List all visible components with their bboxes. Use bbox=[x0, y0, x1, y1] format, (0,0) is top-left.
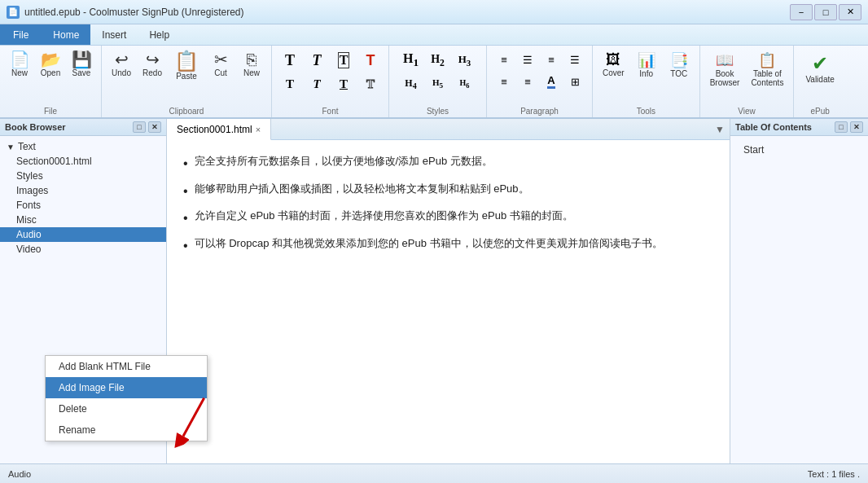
h4-button[interactable]: H4 bbox=[398, 72, 424, 95]
toc-icon: 📑 bbox=[670, 51, 688, 69]
h1-icon: H1 bbox=[403, 51, 419, 69]
cut-button[interactable]: ✂ Cut bbox=[206, 49, 235, 80]
align-left-icon: ≡ bbox=[501, 54, 507, 66]
ctx-add-blank[interactable]: Add Blank HTML File bbox=[46, 356, 207, 377]
ribbon-group-paragraph: ≡ ☰ ≡ ☰ ≡ ≡ A ⊞ Paragraph bbox=[487, 46, 593, 117]
redo-button[interactable]: ↪ Redo bbox=[138, 49, 167, 80]
toc-label: TOC bbox=[670, 69, 687, 78]
tree-item-section0001[interactable]: Section0001.html bbox=[0, 154, 166, 169]
redo-label: Redo bbox=[142, 68, 162, 77]
font-t2-button[interactable]: T bbox=[304, 49, 330, 72]
toc-minimize-button[interactable]: □ bbox=[835, 121, 848, 133]
open-button[interactable]: 📂 Open bbox=[36, 49, 65, 80]
copy-button[interactable]: ⎘ New bbox=[237, 49, 266, 80]
browser-minimize-button[interactable]: □ bbox=[133, 121, 146, 133]
save-button[interactable]: 💾 Save bbox=[67, 49, 96, 80]
tree-item-text[interactable]: ▼ Text bbox=[0, 139, 166, 154]
tree-item-audio[interactable]: Audio bbox=[0, 227, 166, 242]
minimize-button[interactable]: − bbox=[790, 4, 813, 20]
tree-label-section0001: Section0001.html bbox=[16, 156, 92, 167]
tree-item-video[interactable]: Video bbox=[0, 242, 166, 257]
align-center-button[interactable]: ☰ bbox=[516, 49, 539, 70]
align-left-button[interactable]: ≡ bbox=[493, 49, 515, 70]
book-browser-title: Book Browser bbox=[5, 122, 66, 132]
menu-home[interactable]: Home bbox=[42, 24, 90, 45]
h2-button[interactable]: H2 bbox=[425, 49, 451, 72]
table-contents-label: Table ofContents bbox=[751, 69, 783, 87]
validate-icon: ✔ bbox=[812, 52, 828, 75]
ribbon-group-tools: 🖼 Cover 📊 Info 📑 TOC Tools bbox=[593, 46, 700, 117]
clipboard-buttons: ↩ Undo ↪ Redo 📋 Paste ✂ Cut ⎘ New bbox=[107, 49, 266, 105]
editor-content: 完全支持所有元数据条目，以便方便地修改/添加 ePub 元数据。 能够帮助用户插… bbox=[183, 153, 713, 256]
toc-close-button[interactable]: ✕ bbox=[850, 121, 863, 133]
content-line-4: 可以将 Dropcap 和其他视觉效果添加到您的 ePub 书籍中，以使您的文件… bbox=[183, 235, 713, 257]
ctx-add-image[interactable]: Add Image File bbox=[46, 377, 207, 398]
h1-button[interactable]: H1 bbox=[398, 49, 424, 72]
font-t4-button[interactable]: T bbox=[357, 49, 384, 72]
font-t1-button[interactable]: T bbox=[277, 49, 303, 72]
toc-item-start[interactable]: Start bbox=[737, 143, 861, 157]
bullet-list-button[interactable]: ≡ bbox=[493, 71, 515, 92]
align-right-button[interactable]: ≡ bbox=[540, 49, 563, 70]
numbered-list-button[interactable]: ≡ bbox=[516, 71, 539, 92]
h6-button[interactable]: H6 bbox=[452, 72, 478, 95]
content-line-2: 能够帮助用户插入图像或插图，以及轻松地将文本复制和粘贴到 ePub。 bbox=[183, 181, 713, 202]
tab-scroll-arrow[interactable]: ▼ bbox=[710, 119, 730, 139]
toc-panel: Table Of Contents □ ✕ Start bbox=[730, 119, 868, 463]
cut-icon: ✂ bbox=[214, 51, 228, 68]
cut-label: Cut bbox=[214, 68, 227, 77]
undo-button[interactable]: ↩ Undo bbox=[107, 49, 136, 80]
tree-item-styles[interactable]: Styles bbox=[0, 169, 166, 183]
maximize-button[interactable]: □ bbox=[814, 4, 837, 20]
tools-buttons: 🖼 Cover 📊 Info 📑 TOC bbox=[598, 49, 695, 105]
align-justify-icon: ☰ bbox=[570, 54, 580, 66]
paste-icon: 📋 bbox=[174, 51, 199, 71]
toc-button[interactable]: 📑 TOC bbox=[664, 49, 695, 81]
epub-group-label: ePub bbox=[810, 107, 829, 116]
redo-icon: ↪ bbox=[146, 51, 160, 68]
font-group-label: Font bbox=[322, 107, 338, 116]
new-icon: 📄 bbox=[10, 51, 30, 68]
editor-area[interactable]: 完全支持所有元数据条目，以便方便地修改/添加 ePub 元数据。 能够帮助用户插… bbox=[167, 140, 730, 463]
main-area: Book Browser □ ✕ ▼ Text Section0001.html… bbox=[0, 119, 868, 463]
table-button[interactable]: ⊞ bbox=[563, 71, 586, 92]
menu-insert[interactable]: Insert bbox=[90, 24, 138, 45]
tree-label-text: Text bbox=[18, 141, 36, 152]
h3-button[interactable]: H3 bbox=[452, 49, 478, 72]
menu-help[interactable]: Help bbox=[138, 24, 181, 45]
tree-item-fonts[interactable]: Fonts bbox=[0, 198, 166, 213]
browser-close-button[interactable]: ✕ bbox=[148, 121, 161, 133]
paste-button[interactable]: 📋 Paste bbox=[169, 49, 204, 83]
content-line-1: 完全支持所有元数据条目，以便方便地修改/添加 ePub 元数据。 bbox=[183, 153, 713, 174]
font-t3-button[interactable]: T bbox=[331, 49, 357, 72]
epub-buttons: ✔ Validate bbox=[799, 49, 840, 105]
tab-section0001[interactable]: Section0001.html × bbox=[167, 119, 271, 140]
menu-file[interactable]: File bbox=[0, 24, 42, 45]
font-t5-button[interactable]: T bbox=[277, 72, 303, 95]
close-button[interactable]: ✕ bbox=[839, 4, 861, 20]
window-controls: − □ ✕ bbox=[790, 4, 861, 20]
book-browser-button[interactable]: 📖 BookBrowser bbox=[705, 49, 745, 90]
ribbon-group-font: T T T T T T T T Font bbox=[272, 46, 389, 117]
font-t7-button[interactable]: T bbox=[331, 72, 357, 95]
svg-line-1 bbox=[173, 398, 214, 437]
tab-close-button[interactable]: × bbox=[256, 125, 261, 134]
t5-icon: T bbox=[286, 77, 294, 91]
styles-group-label: Styles bbox=[427, 107, 449, 116]
t6-icon: T bbox=[313, 77, 320, 91]
h4-icon: H4 bbox=[405, 77, 416, 90]
book-browser-label: BookBrowser bbox=[710, 69, 740, 87]
table-contents-button[interactable]: 📋 Table ofContents bbox=[746, 49, 788, 90]
font-t8-button[interactable]: T bbox=[357, 72, 384, 95]
tree-item-images[interactable]: Images bbox=[0, 183, 166, 198]
cover-button[interactable]: 🖼 Cover bbox=[598, 49, 629, 80]
color-button[interactable]: A bbox=[540, 71, 563, 92]
info-button[interactable]: 📊 Info bbox=[631, 49, 662, 81]
tree-item-misc[interactable]: Misc bbox=[0, 213, 166, 227]
new-button[interactable]: 📄 New bbox=[5, 49, 34, 80]
font-t6-button[interactable]: T bbox=[304, 72, 330, 95]
open-icon: 📂 bbox=[41, 51, 61, 68]
validate-button[interactable]: ✔ Validate bbox=[799, 49, 840, 87]
h5-button[interactable]: H5 bbox=[425, 72, 451, 95]
align-justify-button[interactable]: ☰ bbox=[563, 49, 586, 70]
